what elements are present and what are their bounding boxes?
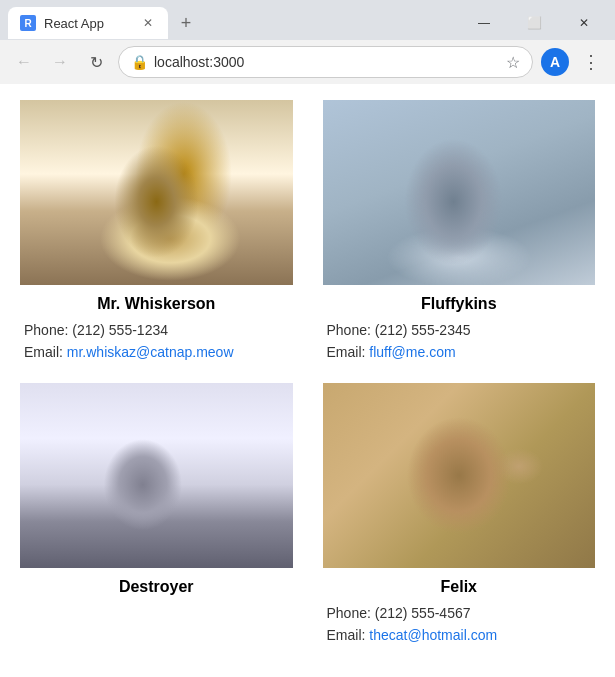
cat-email-1: Email: mr.whiskaz@catnap.meow [20, 344, 293, 360]
tab-close-button[interactable]: ✕ [140, 15, 156, 31]
address-bar[interactable]: 🔒 localhost:3000 ☆ [118, 46, 533, 78]
cat-name-1: Mr. Whiskerson [20, 295, 293, 313]
browser-menu-button[interactable]: ⋮ [577, 48, 605, 76]
cat-name-3: Destroyer [20, 578, 293, 596]
lock-icon: 🔒 [131, 54, 148, 70]
minimize-button[interactable]: — [461, 7, 507, 39]
tab-favicon: R [20, 15, 36, 31]
tab-title: React App [44, 16, 132, 31]
close-button[interactable]: ✕ [561, 7, 607, 39]
cat-card-4: Felix Phone: (212) 555-4567 Email: theca… [323, 383, 596, 646]
cat-email-4: Email: thecat@hotmail.com [323, 627, 596, 643]
cat-phone-4: Phone: (212) 555-4567 [323, 605, 596, 621]
cat-card-3: Destroyer [20, 383, 293, 646]
cat-grid: Mr. Whiskerson Phone: (212) 555-1234 Ema… [20, 100, 595, 646]
cat-email-link-4[interactable]: thecat@hotmail.com [369, 627, 497, 643]
cat-email-link-2[interactable]: fluff@me.com [369, 344, 455, 360]
tab-bar: R React App ✕ + — ⬜ ✕ [0, 0, 615, 40]
maximize-button[interactable]: ⬜ [511, 7, 557, 39]
browser-window: R React App ✕ + — ⬜ ✕ ← → ↻ 🔒 localhost:… [0, 0, 615, 677]
back-button[interactable]: ← [10, 48, 38, 76]
new-tab-button[interactable]: + [172, 9, 200, 37]
cat-image-4 [323, 383, 596, 568]
window-controls: — ⬜ ✕ [461, 7, 607, 39]
cat-card-1: Mr. Whiskerson Phone: (212) 555-1234 Ema… [20, 100, 293, 363]
cat-email-link-1[interactable]: mr.whiskaz@catnap.meow [67, 344, 234, 360]
cat-name-2: Fluffykins [323, 295, 596, 313]
cat-phone-2: Phone: (212) 555-2345 [323, 322, 596, 338]
cat-card-2: Fluffykins Phone: (212) 555-2345 Email: … [323, 100, 596, 363]
cat-image-1 [20, 100, 293, 285]
cat-email-2: Email: fluff@me.com [323, 344, 596, 360]
forward-button[interactable]: → [46, 48, 74, 76]
cat-image-2 [323, 100, 596, 285]
bookmark-icon[interactable]: ☆ [506, 53, 520, 72]
cat-name-4: Felix [323, 578, 596, 596]
address-text: localhost:3000 [154, 54, 500, 70]
nav-bar: ← → ↻ 🔒 localhost:3000 ☆ A ⋮ [0, 40, 615, 84]
cat-image-3 [20, 383, 293, 568]
refresh-button[interactable]: ↻ [82, 48, 110, 76]
cat-phone-1: Phone: (212) 555-1234 [20, 322, 293, 338]
page-content: Mr. Whiskerson Phone: (212) 555-1234 Ema… [0, 84, 615, 677]
profile-button[interactable]: A [541, 48, 569, 76]
active-tab[interactable]: R React App ✕ [8, 7, 168, 39]
